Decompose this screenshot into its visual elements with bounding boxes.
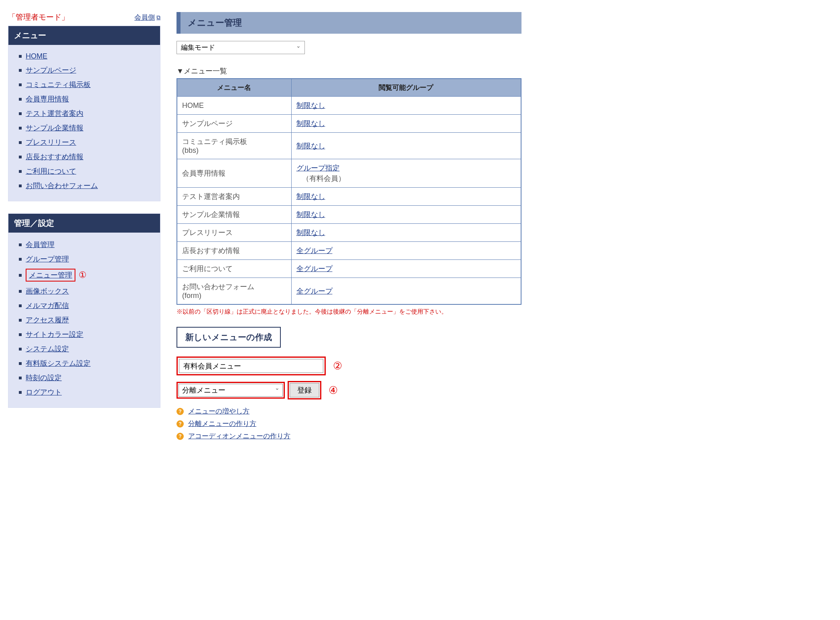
sidebar-admin-link[interactable]: メルマガ配信 [26,301,69,310]
group-link[interactable]: 制限なし [296,211,325,219]
menu-list-label: ▼メニュー一覧 [177,66,521,76]
new-menu-type-select[interactable]: 分離メニュー [179,384,283,397]
group-link[interactable]: 全グループ [296,287,333,295]
sidebar-menu-item: ご利用について [19,164,152,178]
menu-group-cell: 全グループ [291,242,521,260]
help-icon: ? [177,408,184,415]
menu-group-header: 閲覧可能グループ [291,79,521,97]
group-link[interactable]: グループ指定 [296,164,340,172]
mode-select[interactable]: 編集モード [177,41,305,54]
menu-group-cell: 制限なし [291,224,521,242]
table-row: お問い合わせフォーム(form)全グループ [177,278,521,305]
menu-name-cell: ご利用について [177,260,291,278]
sidebar-menu-link[interactable]: ご利用について [26,166,76,176]
group-link[interactable]: 制限なし [296,120,325,128]
menu-name-cell: HOME [177,97,291,115]
bullet-icon [19,55,22,58]
sidebar-menu-link[interactable]: サンプル企業情報 [26,123,83,133]
menu-name-sub: (bbs) [182,146,199,154]
sidebar-admin-item: システム設定 [19,342,152,356]
annotation-2: ② [333,360,342,372]
external-link-icon: ⧉ [156,14,160,21]
sidebar-menu-item: プレスリリース [19,135,152,150]
sidebar-admin-item: メニュー管理① [19,266,152,284]
sidebar-menu-link[interactable]: 店長おすすめ情報 [26,152,83,162]
bullet-icon [19,377,22,379]
bullet-icon [19,156,22,158]
member-side-link[interactable]: 会員側 ⧉ [134,13,160,22]
bullet-icon [19,69,22,72]
sidebar-admin-link[interactable]: メニュー管理 [29,271,72,279]
sidebar-admin-header: 管理／設定 [8,214,160,233]
sidebar-menu-item: 会員専用情報 [19,92,152,106]
bullet-icon [19,290,22,293]
sidebar-admin-link[interactable]: システム設定 [26,344,69,354]
sidebar-menu-link[interactable]: お問い合わせフォーム [26,181,98,190]
sidebar-admin-item: メルマガ配信 [19,298,152,313]
help-link-separator-menu[interactable]: 分離メニューの作り方 [188,420,256,428]
sidebar-admin-link[interactable]: 画像ボックス [26,286,69,296]
table-row: プレスリリース制限なし [177,224,521,242]
help-link-add-menu[interactable]: メニューの増やし方 [188,407,250,415]
bullet-icon [19,319,22,322]
new-menu-name-input[interactable] [179,359,323,373]
sidebar-menu-link[interactable]: サンプルページ [26,65,76,75]
sidebar-menu-link[interactable]: テスト運営者案内 [26,109,83,118]
sidebar-admin-link[interactable]: グループ管理 [26,254,69,264]
sidebar-menu-link[interactable]: HOME [26,52,47,61]
menu-group-cell: 制限なし [291,133,521,159]
sidebar-menu-item: HOME [19,50,152,63]
sidebar-admin-panel: 管理／設定 会員管理グループ管理メニュー管理①画像ボックスメルマガ配信アクセス履… [8,213,160,408]
sidebar-menu-panel: メニュー HOMEサンプルページコミュニティ掲示板会員専用情報テスト運営者案内サ… [8,26,160,201]
sidebar-admin-item: 画像ボックス [19,284,152,298]
group-link[interactable]: 制限なし [296,229,325,237]
table-row: 会員専用情報グループ指定（有料会員） [177,159,521,188]
sidebar-menu-link[interactable]: プレスリリース [26,138,76,147]
table-row: 店長おすすめ情報全グループ [177,242,521,260]
sidebar-admin-link[interactable]: サイトカラー設定 [26,330,83,339]
bullet-icon [19,127,22,130]
sidebar-admin-link[interactable]: 時刻の設定 [26,373,62,383]
group-sub-note: （有料会員） [302,174,345,183]
sidebar-menu-item: テスト運営者案内 [19,106,152,121]
bullet-icon [19,112,22,115]
group-link[interactable]: 全グループ [296,247,333,255]
menu-name-cell: 店長おすすめ情報 [177,242,291,260]
sidebar-admin-link[interactable]: ログアウト [26,387,62,397]
menu-group-cell: 制限なし [291,206,521,224]
sidebar-admin-link[interactable]: 有料版システム設定 [26,359,91,368]
sidebar-menu-item: お問い合わせフォーム [19,178,152,193]
menu-name-sub: (form) [182,292,201,300]
table-row: コミュニティ掲示板(bbs)制限なし [177,133,521,159]
sidebar-menu-link[interactable]: コミュニティ掲示板 [26,80,91,89]
bullet-icon [19,274,22,277]
group-link[interactable]: 制限なし [296,142,325,150]
group-link[interactable]: 制限なし [296,101,325,109]
sidebar-admin-item: 時刻の設定 [19,371,152,385]
group-link[interactable]: 全グループ [296,265,333,273]
sidebar-menu-item: 店長おすすめ情報 [19,150,152,164]
bullet-icon [19,243,22,246]
menu-name-cell: コミュニティ掲示板(bbs) [177,133,291,159]
table-row: テスト運営者案内制限なし [177,188,521,206]
table-row: HOME制限なし [177,97,521,115]
sidebar-admin-item: ログアウト [19,385,152,399]
sidebar-admin-item: アクセス履歴 [19,313,152,327]
group-link[interactable]: 制限なし [296,192,325,201]
sidebar-menu-item: コミュニティ掲示板 [19,77,152,92]
member-side-label: 会員側 [134,13,155,22]
sidebar-admin-link[interactable]: 会員管理 [26,240,55,249]
bullet-icon [19,170,22,173]
register-button[interactable]: 登録 [290,383,319,397]
annotation-1: ① [79,270,87,280]
menu-name-cell: お問い合わせフォーム(form) [177,278,291,305]
sidebar-menu-link[interactable]: 会員専用情報 [26,94,69,104]
sidebar-admin-link[interactable]: アクセス履歴 [26,315,69,325]
menu-table: メニュー名 閲覧可能グループ HOME制限なしサンプルページ制限なしコミュニティ… [177,78,521,305]
menu-group-cell: グループ指定（有料会員） [291,159,521,188]
admin-mode-label: 「管理者モード」 [8,12,69,22]
help-link-accordion-menu[interactable]: アコーディオンメニューの作り方 [188,432,290,440]
table-row: サンプル企業情報制限なし [177,206,521,224]
bullet-icon [19,98,22,101]
bullet-icon [19,141,22,144]
